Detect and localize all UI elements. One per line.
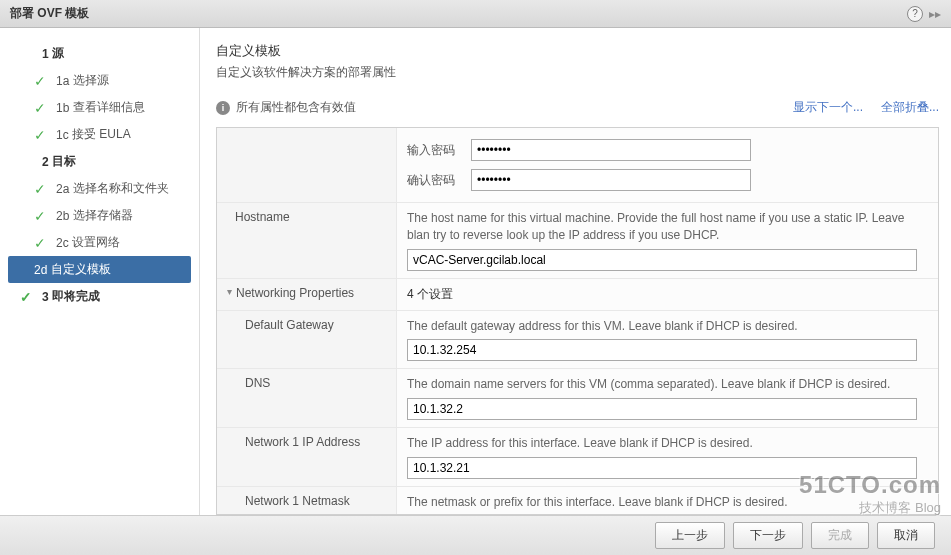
page-title: 自定义模板 bbox=[216, 42, 939, 60]
help-icon[interactable]: ? bbox=[907, 6, 923, 22]
finish-button: 完成 bbox=[811, 522, 869, 549]
netmask-desc: The netmask or prefix for this interface… bbox=[407, 494, 928, 511]
confirm-password-input[interactable] bbox=[471, 169, 751, 191]
confirm-password-label: 确认密码 bbox=[407, 172, 471, 189]
step-3[interactable]: ✓3 即将完成 bbox=[0, 283, 199, 310]
gateway-desc: The default gateway address for this VM.… bbox=[407, 318, 928, 335]
step-2[interactable]: 2 目标 bbox=[0, 148, 199, 175]
hostname-desc: The host name for this virtual machine. … bbox=[407, 210, 928, 244]
ip-input[interactable] bbox=[407, 457, 917, 479]
networking-section[interactable]: ▾Networking Properties bbox=[217, 279, 397, 310]
enter-password-label: 输入密码 bbox=[407, 142, 471, 159]
step-1b[interactable]: ✓1b 查看详细信息 bbox=[0, 94, 199, 121]
dialog-footer: 上一步 下一步 完成 取消 bbox=[0, 515, 951, 555]
dns-label: DNS bbox=[217, 369, 397, 427]
dialog-header: 部署 OVF 模板 ? ▸▸ bbox=[0, 0, 951, 28]
step-1c[interactable]: ✓1c 接受 EULA bbox=[0, 121, 199, 148]
next-button[interactable]: 下一步 bbox=[733, 522, 803, 549]
check-icon: ✓ bbox=[34, 208, 48, 224]
check-icon: ✓ bbox=[34, 127, 48, 143]
step-1[interactable]: 1 源 bbox=[0, 40, 199, 67]
dialog-title: 部署 OVF 模板 bbox=[10, 5, 89, 22]
hostname-label: Hostname bbox=[217, 203, 397, 278]
info-text: 所有属性都包含有效值 bbox=[236, 99, 356, 116]
content-pane: 自定义模板 自定义该软件解决方案的部署属性 i 所有属性都包含有效值 显示下一个… bbox=[200, 28, 951, 551]
wizard-sidebar: 1 源 ✓1a 选择源 ✓1b 查看详细信息 ✓1c 接受 EULA 2 目标 … bbox=[0, 28, 200, 551]
show-next-link[interactable]: 显示下一个... bbox=[793, 99, 863, 116]
form-area: 输入密码 确认密码 Hostname The host name for thi… bbox=[216, 127, 939, 515]
ip-label: Network 1 IP Address bbox=[217, 428, 397, 486]
collapse-icon[interactable]: ▾ bbox=[227, 286, 232, 297]
networking-count: 4 个设置 bbox=[407, 287, 453, 301]
page-subtitle: 自定义该软件解决方案的部署属性 bbox=[216, 64, 939, 81]
ip-desc: The IP address for this interface. Leave… bbox=[407, 435, 928, 452]
expand-icon[interactable]: ▸▸ bbox=[929, 7, 941, 21]
cancel-button[interactable]: 取消 bbox=[877, 522, 935, 549]
step-1a[interactable]: ✓1a 选择源 bbox=[0, 67, 199, 94]
netmask-label: Network 1 Netmask bbox=[217, 487, 397, 515]
enter-password-input[interactable] bbox=[471, 139, 751, 161]
hostname-input[interactable] bbox=[407, 249, 917, 271]
main-area: 1 源 ✓1a 选择源 ✓1b 查看详细信息 ✓1c 接受 EULA 2 目标 … bbox=[0, 28, 951, 551]
step-2b[interactable]: ✓2b 选择存储器 bbox=[0, 202, 199, 229]
gateway-input[interactable] bbox=[407, 339, 917, 361]
check-icon: ✓ bbox=[20, 289, 34, 305]
gateway-label: Default Gateway bbox=[217, 311, 397, 369]
prev-button[interactable]: 上一步 bbox=[655, 522, 725, 549]
dns-desc: The domain name servers for this VM (com… bbox=[407, 376, 928, 393]
info-icon: i bbox=[216, 101, 230, 115]
check-icon: ✓ bbox=[34, 100, 48, 116]
header-icons: ? ▸▸ bbox=[907, 6, 941, 22]
step-2c[interactable]: ✓2c 设置网络 bbox=[0, 229, 199, 256]
collapse-all-link[interactable]: 全部折叠... bbox=[881, 99, 939, 116]
check-icon: ✓ bbox=[34, 235, 48, 251]
check-icon: ✓ bbox=[34, 181, 48, 197]
step-2a[interactable]: ✓2a 选择名称和文件夹 bbox=[0, 175, 199, 202]
info-bar: i 所有属性都包含有效值 显示下一个... 全部折叠... bbox=[216, 95, 939, 127]
password-section-label bbox=[217, 128, 397, 202]
check-icon: ✓ bbox=[34, 73, 48, 89]
step-2d[interactable]: 2d 自定义模板 bbox=[8, 256, 191, 283]
dns-input[interactable] bbox=[407, 398, 917, 420]
